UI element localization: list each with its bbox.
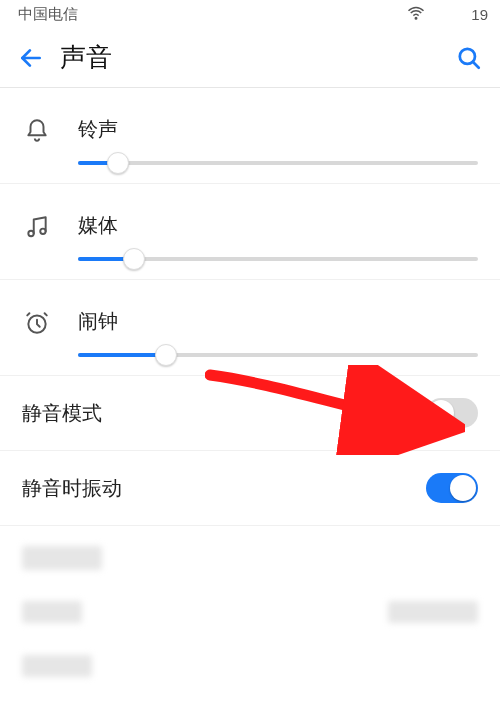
clock-icon: [22, 308, 52, 338]
vibrate-silent-row: 静音时振动: [0, 451, 500, 526]
silent-mode-toggle[interactable]: [426, 398, 478, 428]
alarm-slider[interactable]: [78, 353, 478, 357]
svg-point-5: [40, 229, 45, 234]
time-fragment: 19: [471, 6, 488, 23]
svg-point-0: [416, 17, 418, 19]
carrier-label: 中国电信: [18, 5, 78, 24]
ringtone-slider-row: 铃声: [0, 88, 500, 184]
vibrate-silent-toggle[interactable]: [426, 473, 478, 503]
back-arrow-icon[interactable]: [18, 45, 44, 71]
list-item[interactable]: [22, 538, 478, 578]
svg-point-4: [28, 231, 33, 236]
silent-mode-row: 静音模式: [0, 376, 500, 451]
music-icon: [22, 212, 52, 242]
list-item[interactable]: [22, 592, 478, 632]
wifi-icon: [407, 4, 425, 25]
media-label: 媒体: [78, 212, 478, 239]
vibrate-silent-label: 静音时振动: [22, 475, 122, 502]
list-item[interactable]: [22, 646, 478, 686]
media-slider[interactable]: [78, 257, 478, 261]
search-icon[interactable]: [456, 45, 482, 71]
bell-icon: [22, 116, 52, 146]
ringtone-label: 铃声: [78, 116, 478, 143]
media-slider-row: 媒体: [0, 184, 500, 280]
blurred-section: [0, 526, 500, 706]
page-title: 声音: [60, 40, 456, 75]
ringtone-slider[interactable]: [78, 161, 478, 165]
status-bar: 中国电信 19: [0, 0, 500, 28]
alarm-label: 闹钟: [78, 308, 478, 335]
silent-mode-label: 静音模式: [22, 400, 102, 427]
content: 铃声 媒体: [0, 88, 500, 706]
header: 声音: [0, 28, 500, 88]
svg-line-3: [473, 61, 479, 67]
alarm-slider-row: 闹钟: [0, 280, 500, 376]
